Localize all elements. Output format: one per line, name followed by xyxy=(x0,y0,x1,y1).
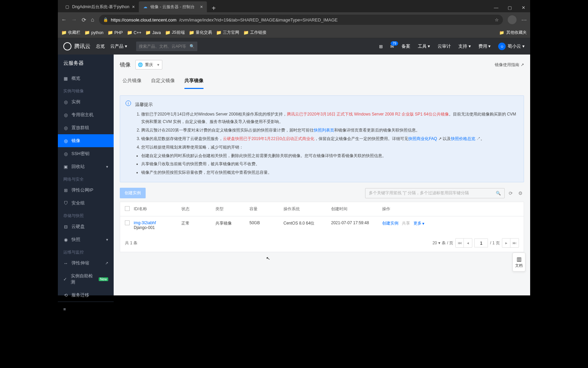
sidebar-item-cbs[interactable]: ⊟云硬盘 xyxy=(58,220,114,233)
op-share[interactable]: 共享 xyxy=(402,220,410,226)
checkbox-row[interactable] xyxy=(125,220,130,225)
scale-icon: ↔ xyxy=(63,261,68,266)
tab-custom-image[interactable]: 自定义镜像 xyxy=(151,75,175,89)
external-icon: ↗ xyxy=(105,261,108,265)
sidebar-item-recycle[interactable]: ▣回收站▾ xyxy=(58,160,114,173)
sidebar-item-placement[interactable]: ◎置放群组 xyxy=(58,121,114,134)
circle-icon: ◎ xyxy=(63,138,68,143)
th: 创建时间 xyxy=(331,206,382,212)
help-guide-link[interactable]: 镜像使用指南↗ xyxy=(495,62,524,68)
home-button[interactable]: ⌂ xyxy=(91,17,94,23)
alert-bullet: 创建自定义镜像的同时系统默认会创建相关快照，删除此快照之前需要先删除关联的镜像。… xyxy=(141,152,518,160)
circle-icon: ◎ xyxy=(63,112,68,118)
sidebar-overview[interactable]: ▦概览 xyxy=(58,72,114,85)
header-search[interactable]: 搜索产品、文档、云API等 🔍 xyxy=(136,42,197,51)
folder-icon: 📁 xyxy=(145,30,151,35)
page-prev[interactable]: ◂ xyxy=(464,239,472,247)
brand-logo[interactable]: 腾讯云 xyxy=(63,42,91,50)
tab-shared-image[interactable]: 共享镜像 xyxy=(184,75,203,89)
nav-item[interactable]: 支持 ▾ xyxy=(458,43,471,49)
star-icon[interactable]: ☆ xyxy=(495,17,499,22)
link-faq[interactable]: 快照商业化FAQ xyxy=(408,136,437,141)
refresh-icon[interactable]: ⟳ xyxy=(507,190,514,196)
back-button[interactable]: ← xyxy=(61,17,67,23)
bookmark[interactable]: 📁三方官网 xyxy=(216,30,239,35)
bookmark[interactable]: 📁收藏栏 xyxy=(61,30,80,35)
nav-item[interactable]: 费用 ▾ xyxy=(478,43,491,49)
nav-item[interactable]: 云审计 xyxy=(438,43,451,49)
sidebar-item-host[interactable]: ◎专用宿主机 xyxy=(58,108,114,121)
bookmark[interactable]: 📁python xyxy=(84,30,103,35)
checkbox-all[interactable] xyxy=(125,206,130,211)
tab-public-image[interactable]: 公共镜像 xyxy=(122,75,142,89)
sidebar-collapse[interactable]: ≡ xyxy=(58,302,114,317)
chevron-down-icon: ▾ xyxy=(422,221,424,226)
external-icon: ↗ xyxy=(438,136,442,141)
profile-icon[interactable] xyxy=(508,15,517,24)
bookmark[interactable]: 📁JS前端 xyxy=(165,30,185,35)
browser-tab-active[interactable]: ☁ 镜像 - 云服务器 - 控制台 × xyxy=(139,1,207,12)
refresh-button[interactable]: ⟳ xyxy=(82,17,86,23)
nav-products[interactable]: 云产品 ▾ xyxy=(110,43,127,49)
new-tab-button[interactable]: + xyxy=(207,4,220,12)
op-create-instance[interactable]: 创建实例 xyxy=(382,220,398,226)
sidebar-item-image[interactable]: ◎镜像 xyxy=(58,134,114,147)
user-menu[interactable]: ☺荀小云 ▾ xyxy=(498,43,525,50)
other-bookmarks[interactable]: 📁其他收藏夹 xyxy=(499,30,527,35)
page-next[interactable]: ▸ xyxy=(502,239,510,247)
region-selector[interactable]: 🌐 重庆 ▾ xyxy=(135,60,162,70)
bookmark[interactable]: 📁PHP xyxy=(108,30,123,35)
image-id-link[interactable]: img-3l2iabhf xyxy=(134,220,181,225)
alert-item: 镜像的底层数据存储使用了云硬盘快照服务，云硬盘快照已于2019年1月22日0点启… xyxy=(141,135,518,143)
create-instance-button[interactable]: 创建实例 xyxy=(120,188,146,198)
search-placeholder: 搜索产品、文档、云API等 xyxy=(139,44,186,49)
search-icon: 🔍 xyxy=(496,191,501,196)
page-total: / 1 页 xyxy=(490,240,500,246)
sidebar-item-snapshot[interactable]: ◉快照▾ xyxy=(58,233,114,246)
bookmark[interactable]: 📁Java xyxy=(145,30,161,35)
mail-icon[interactable]: ✉79 xyxy=(390,44,394,49)
alert-item: 腾讯云预计在2020第一季度对未计费的自定义镜像按照实际占据的快照容量计费，届时… xyxy=(141,126,518,134)
doc-fab[interactable]: ▥ 文档 xyxy=(512,252,525,272)
bookmark[interactable]: 📁C++ xyxy=(127,30,142,35)
close-window-button[interactable]: ✕ xyxy=(517,3,530,12)
close-icon[interactable]: × xyxy=(132,4,135,10)
address-bar[interactable]: 🔒 https://console.cloud.tencent.com/cvm/… xyxy=(99,15,503,25)
sidebar-item-secgroup[interactable]: ⛉安全组 xyxy=(58,197,114,210)
forward-button[interactable]: → xyxy=(71,17,77,23)
folder-icon: 📁 xyxy=(499,30,504,35)
globe-icon: 🌐 xyxy=(138,62,143,67)
close-icon[interactable]: × xyxy=(200,4,203,10)
info-icon: i xyxy=(126,101,131,106)
folder-icon: 📁 xyxy=(61,30,67,35)
link-snapshot-list[interactable]: 快照列表页 xyxy=(314,128,334,133)
browser-tab[interactable]: ▢ DngAdmin后台系统-基于python × xyxy=(61,1,139,12)
bookmark[interactable]: 📁工作链接 xyxy=(243,30,266,35)
sidebar-item-selfcheck[interactable]: ✓实例自助检测New xyxy=(58,270,114,289)
filter-input[interactable]: 多个关键字用竖线 "|" 分隔，多个过滤标签用回车键分隔 🔍 xyxy=(365,188,505,198)
key-icon: ◎ xyxy=(63,151,68,156)
page-size-select[interactable]: 20▾条 / 页 xyxy=(432,240,453,246)
minimize-button[interactable]: — xyxy=(489,3,503,12)
page-last[interactable]: ⏭ xyxy=(510,239,519,247)
page-number-input[interactable] xyxy=(474,239,488,247)
total-count: 共 1 条 xyxy=(125,240,137,246)
sidebar-item-ssh[interactable]: ◎SSH密钥 xyxy=(58,147,114,160)
op-more[interactable]: 更多▾ xyxy=(413,220,424,226)
sidebar-item-eip[interactable]: ⊞弹性公网IP xyxy=(58,184,114,197)
link-price[interactable]: 快照价格总览 xyxy=(451,136,475,141)
nav-overview[interactable]: 总览 xyxy=(96,43,105,49)
sidebar-item-migrate[interactable]: ⟲服务迁移 xyxy=(58,289,114,302)
url-path: /cvm/image/index?rid=19&tab=SHARED_IMAGE… xyxy=(179,17,338,22)
nav-item[interactable]: 备案 xyxy=(402,43,410,49)
settings-icon[interactable]: ⚙ xyxy=(517,190,524,196)
apps-icon[interactable]: ⊞ xyxy=(379,44,383,49)
nav-item[interactable]: 工具 ▾ xyxy=(418,43,430,49)
menu-icon[interactable]: ⋯ xyxy=(521,17,527,23)
th: 容量 xyxy=(249,206,283,212)
page-first[interactable]: ⏮ xyxy=(456,239,464,247)
sidebar-item-instance[interactable]: ◎实例 xyxy=(58,95,114,108)
maximize-button[interactable]: ▢ xyxy=(503,3,517,12)
bookmark[interactable]: 📁量化交易 xyxy=(189,30,212,35)
sidebar-item-autoscale[interactable]: ↔弹性伸缩↗ xyxy=(58,257,114,270)
